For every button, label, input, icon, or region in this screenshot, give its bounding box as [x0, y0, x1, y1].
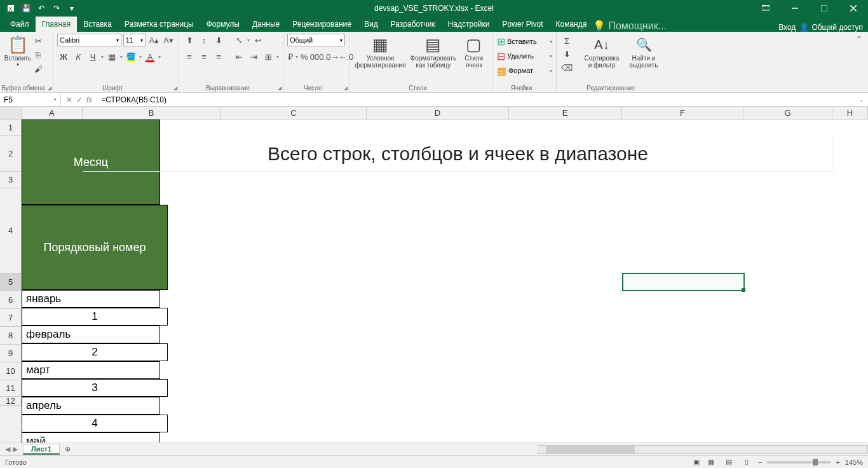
column-header[interactable]: F [622, 107, 744, 119]
next-sheet-icon[interactable]: ▶ [13, 445, 18, 453]
table1-cell[interactable]: февраль [22, 326, 160, 343]
sort-filter-button[interactable]: A↓Сортировка и фильтр [581, 33, 623, 74]
tell-me[interactable]: 💡Помощник... [593, 20, 667, 32]
conditional-formatting-button[interactable]: ▦Условное форматирование [353, 33, 407, 70]
save-icon[interactable]: 💾 [19, 1, 33, 15]
zoom-slider[interactable] [767, 461, 831, 464]
tab-developer[interactable]: Разработчик [384, 17, 442, 32]
row-header[interactable]: 8 [0, 327, 22, 345]
table1-cell[interactable]: 4 [22, 415, 168, 432]
macro-record-icon[interactable]: ▣ [693, 458, 700, 466]
zoom-level[interactable]: 145% [845, 458, 863, 466]
collapse-ribbon-icon[interactable]: ⌃ [855, 32, 868, 92]
tab-pagelayout[interactable]: Разметка страницы [118, 17, 200, 32]
row-header[interactable]: 7 [0, 309, 22, 327]
find-select-button[interactable]: 🔍Найти и выделить [623, 33, 665, 74]
undo-icon[interactable]: ↶ [34, 1, 48, 15]
fx-icon[interactable]: fx [86, 95, 92, 104]
add-sheet-icon[interactable]: ⊕ [60, 445, 76, 453]
table1-cell[interactable]: май [22, 432, 160, 443]
redo-icon[interactable]: ↷ [50, 1, 64, 15]
row-header[interactable]: 1 [0, 120, 22, 136]
row-header[interactable]: 12 [0, 397, 22, 406]
tab-insert[interactable]: Вставка [77, 17, 118, 32]
tab-addins[interactable]: Надстройки [442, 17, 496, 32]
name-box[interactable]: F5▾ [0, 93, 61, 106]
font-color-icon[interactable]: A [144, 50, 156, 63]
sign-in-link[interactable]: Вход [778, 23, 796, 32]
table1-cell[interactable]: январь [22, 290, 160, 308]
tab-powerpivot[interactable]: Power Pivot [496, 17, 549, 32]
column-header[interactable]: B [83, 107, 221, 119]
align-bottom-icon[interactable]: ⬇ [212, 34, 225, 46]
format-as-table-button[interactable]: ▤Форматировать как таблицу [407, 33, 459, 70]
table1-cell[interactable]: 2 [22, 343, 168, 361]
page-break-view-icon[interactable]: ▯ [740, 457, 753, 467]
clipboard-expand-icon[interactable]: ◢ [48, 85, 51, 91]
delete-cells-button[interactable]: ⊟Удалить▾ [497, 49, 552, 63]
column-header[interactable]: H [832, 107, 868, 119]
ribbon-options-icon[interactable] [751, 0, 780, 17]
bold-icon[interactable]: Ж [57, 50, 70, 63]
close-icon[interactable] [839, 0, 868, 17]
decrease-font-icon[interactable]: A▾ [162, 34, 175, 46]
paste-button[interactable]: 📋Вставить▾ [4, 33, 32, 75]
align-left-icon[interactable]: ≡ [183, 50, 196, 63]
increase-indent-icon[interactable]: ⇥ [247, 50, 260, 63]
horizontal-scrollbar[interactable] [538, 445, 868, 454]
tab-home[interactable]: Главная [36, 17, 78, 32]
maximize-icon[interactable] [810, 0, 839, 17]
align-right-icon[interactable]: ≡ [212, 50, 225, 63]
align-center-icon[interactable]: ≡ [198, 50, 210, 63]
number-format-combo[interactable]: Общий▾ [287, 34, 345, 46]
expand-formula-bar-icon[interactable]: ⌄ [855, 97, 868, 103]
normal-view-icon[interactable]: ▦ [705, 457, 717, 467]
table1-cell[interactable]: 3 [22, 379, 168, 397]
font-expand-icon[interactable]: ◢ [173, 85, 177, 91]
font-name-combo[interactable]: Calibri▾ [57, 34, 121, 46]
share-button[interactable]: 👤Общий доступ [799, 23, 863, 32]
zoom-in-icon[interactable]: + [836, 458, 839, 466]
tab-view[interactable]: Вид [358, 17, 384, 32]
merge-icon[interactable]: ⊞ [262, 50, 275, 63]
italic-icon[interactable]: К [72, 50, 85, 63]
fill-color-icon[interactable]: 🪣 [125, 50, 137, 63]
wrap-text-icon[interactable]: ↩ [252, 34, 264, 46]
table1-cell[interactable]: 1 [22, 308, 168, 326]
percent-icon[interactable]: % [300, 50, 309, 63]
zoom-out-icon[interactable]: − [758, 458, 762, 466]
sheet-tab[interactable]: Лист1 [23, 444, 60, 455]
align-top-icon[interactable]: ⬆ [183, 34, 196, 46]
tab-review[interactable]: Рецензирование [286, 17, 358, 32]
clear-icon[interactable]: ⌫ [560, 61, 573, 74]
alignment-expand-icon[interactable]: ◢ [278, 85, 281, 91]
number-expand-icon[interactable]: ◢ [344, 85, 348, 91]
row-header[interactable]: 4 [0, 188, 22, 273]
page-layout-view-icon[interactable]: ▤ [722, 457, 735, 467]
row-header[interactable]: 10 [0, 362, 22, 380]
tab-team[interactable]: Команда [550, 17, 593, 32]
format-cells-button[interactable]: ▦Формат▾ [497, 64, 552, 78]
column-header[interactable]: E [509, 107, 622, 119]
cell-styles-button[interactable]: ▢Стили ячеек [459, 33, 489, 70]
format-painter-icon[interactable]: 🖌 [32, 62, 44, 75]
enter-formula-icon[interactable]: ✓ [76, 95, 83, 104]
orientation-icon[interactable]: ⤡ [233, 34, 245, 46]
row-header[interactable]: 9 [0, 345, 22, 362]
increase-font-icon[interactable]: A▴ [147, 34, 160, 46]
column-header[interactable]: A [22, 107, 83, 119]
column-header[interactable]: D [367, 107, 509, 119]
formula-bar[interactable]: =СТРОКА(B5:C10) [97, 95, 855, 104]
cancel-formula-icon[interactable]: ✕ [66, 95, 72, 104]
align-middle-icon[interactable]: ↕ [198, 34, 210, 46]
currency-icon[interactable]: ₽ [287, 50, 294, 63]
increase-decimal-icon[interactable]: .0→ [325, 50, 338, 63]
tab-data[interactable]: Данные [246, 17, 286, 32]
row-header[interactable]: 6 [0, 291, 22, 309]
table1-cell[interactable]: апрель [22, 397, 160, 415]
chevron-down-icon[interactable]: ▾ [54, 97, 57, 102]
minimize-icon[interactable] [780, 0, 810, 17]
row-header[interactable]: 2 [0, 136, 22, 172]
row-header[interactable]: 11 [0, 380, 22, 397]
sheet-area[interactable]: ABCDEFGH 123456789101112 Всего строк, ст… [0, 107, 868, 443]
